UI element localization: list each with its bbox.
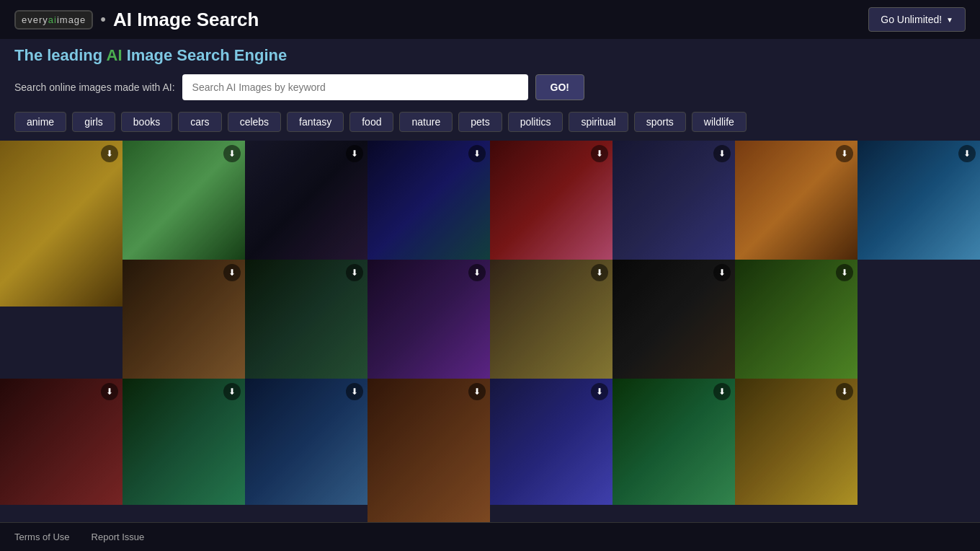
go-unlimited-button[interactable]: Go Unlimited! xyxy=(868,7,966,32)
download-icon[interactable]: ⬇ xyxy=(713,383,731,400)
category-tags: anime girls books cars celebs fantasy fo… xyxy=(0,106,980,141)
image-tile[interactable]: ⬇ xyxy=(735,379,858,505)
download-icon[interactable]: ⬇ xyxy=(346,145,363,162)
image-tile[interactable]: ⬇ xyxy=(122,260,245,379)
image-grid: ⬇ ⬇ ⬇ ⬇ ⬇ ⬇ ⬇ ⬇ xyxy=(0,141,980,551)
subtitle-ai: AI xyxy=(107,46,127,64)
image-tile[interactable]: ⬇ xyxy=(490,260,612,379)
page-subtitle: The leading AI Image Search Engine xyxy=(0,39,980,69)
logo-green: ai xyxy=(48,14,57,25)
download-icon[interactable]: ⬇ xyxy=(836,145,853,162)
tag-spiritual[interactable]: spiritual xyxy=(569,112,628,132)
search-input[interactable] xyxy=(182,74,528,100)
image-tile[interactable]: ⬇ xyxy=(245,260,368,379)
tag-anime[interactable]: anime xyxy=(14,112,66,132)
subtitle-leading: leading xyxy=(47,46,106,64)
image-tile[interactable]: ⬇ xyxy=(245,379,368,505)
download-icon[interactable]: ⬇ xyxy=(468,264,486,281)
image-tile[interactable]: ⬇ xyxy=(122,379,245,505)
download-icon[interactable]: ⬇ xyxy=(346,383,363,400)
download-icon[interactable]: ⬇ xyxy=(591,264,608,281)
image-tile[interactable]: ⬇ xyxy=(368,260,490,379)
tag-politics[interactable]: politics xyxy=(508,112,564,132)
image-tile[interactable]: ⬇ xyxy=(612,260,735,379)
download-icon[interactable]: ⬇ xyxy=(346,264,363,281)
image-tile[interactable]: ⬇ xyxy=(490,379,612,505)
logo-separator: • xyxy=(100,10,106,29)
header: everyaiimage • AI Image Search Go Unlimi… xyxy=(0,0,980,39)
download-icon[interactable]: ⬇ xyxy=(713,145,731,162)
tag-food[interactable]: food xyxy=(349,112,393,132)
download-icon[interactable]: ⬇ xyxy=(836,264,853,281)
logo: everyaiimage xyxy=(14,10,93,30)
image-tile[interactable]: ⬇ xyxy=(612,379,735,505)
logo-area: everyaiimage • AI Image Search xyxy=(14,9,259,31)
tag-books[interactable]: books xyxy=(121,112,172,132)
image-tile[interactable]: ⬇ xyxy=(368,141,490,260)
grid-row-2: ⬇ ⬇ ⬇ ⬇ ⬇ ⬇ xyxy=(0,260,980,379)
search-label: Search online images made with AI: xyxy=(14,81,175,93)
download-icon[interactable]: ⬇ xyxy=(591,383,608,400)
tag-wildlife[interactable]: wildlife xyxy=(692,112,747,132)
image-tile[interactable]: ⬇ xyxy=(0,379,122,505)
subtitle-rest: Image Search Engine xyxy=(127,46,288,64)
subtitle-the: The xyxy=(14,46,47,64)
download-icon[interactable]: ⬇ xyxy=(223,383,241,400)
image-tile[interactable]: ⬇ xyxy=(122,141,245,260)
download-icon[interactable]: ⬇ xyxy=(591,145,608,162)
download-icon[interactable]: ⬇ xyxy=(468,383,486,400)
download-icon[interactable]: ⬇ xyxy=(101,383,118,400)
tag-pets[interactable]: pets xyxy=(458,112,502,132)
footer: Terms of Use Report Issue xyxy=(0,522,980,551)
tag-sports[interactable]: sports xyxy=(634,112,686,132)
image-tile[interactable]: ⬇ xyxy=(612,141,735,260)
download-icon[interactable]: ⬇ xyxy=(468,145,486,162)
search-area: Search online images made with AI: GO! xyxy=(0,69,980,106)
image-tile[interactable]: ⬇ xyxy=(0,141,122,307)
tag-fantasy[interactable]: fantasy xyxy=(287,112,344,132)
image-tile[interactable]: ⬇ xyxy=(245,141,368,260)
go-button[interactable]: GO! xyxy=(535,74,584,100)
tag-nature[interactable]: nature xyxy=(399,112,453,132)
tag-girls[interactable]: girls xyxy=(72,112,115,132)
tag-celebs[interactable]: celebs xyxy=(228,112,281,132)
report-issue-link[interactable]: Report Issue xyxy=(92,532,145,542)
download-icon[interactable]: ⬇ xyxy=(223,264,241,281)
site-title: AI Image Search xyxy=(113,9,259,31)
download-icon[interactable]: ⬇ xyxy=(958,145,976,162)
image-tile[interactable]: ⬇ xyxy=(490,141,612,260)
download-icon[interactable]: ⬇ xyxy=(713,264,731,281)
image-tile[interactable]: ⬇ xyxy=(735,141,858,260)
terms-of-use-link[interactable]: Terms of Use xyxy=(14,532,70,542)
image-tile[interactable]: ⬇ xyxy=(735,260,858,379)
download-icon[interactable]: ⬇ xyxy=(101,145,118,162)
download-icon[interactable]: ⬇ xyxy=(223,145,241,162)
tag-cars[interactable]: cars xyxy=(178,112,221,132)
image-tile[interactable]: ⬇ xyxy=(858,141,980,260)
download-icon[interactable]: ⬇ xyxy=(836,383,853,400)
